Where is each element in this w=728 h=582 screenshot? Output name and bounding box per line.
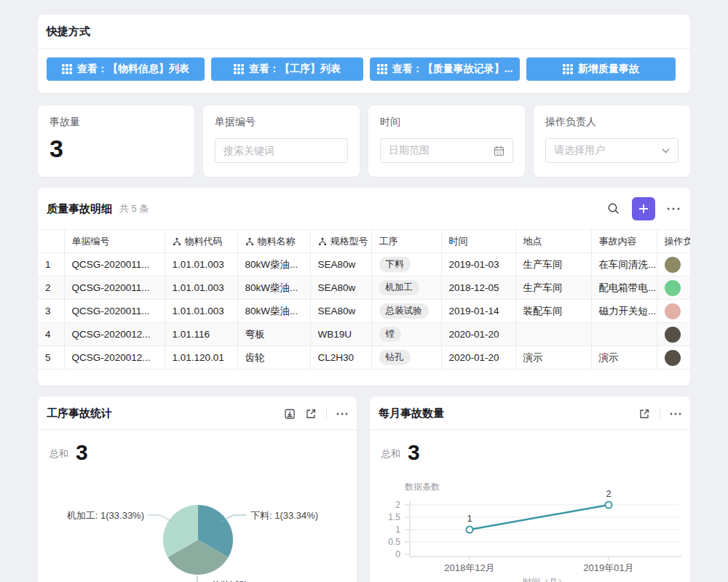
shortcuts-title: 快捷方式 [47,25,90,37]
col-spec-model[interactable]: 规格型号 [310,230,371,253]
pie-sum-row: 总和 3 [38,430,357,463]
col-process[interactable]: 工序 [371,230,441,253]
process-tag: 钻孔 [379,350,411,365]
process-tag: 机加工 [379,280,420,295]
dashboard-page: 快捷方式 查看：【物料信息】列表 查看：【工序】列表 查看：【质量事故记录】..… [0,0,728,582]
cell-operator [657,276,690,300]
x-tick-label: 2019年01月 [583,562,633,573]
pie-card-toolbar [284,408,348,420]
col-order-no[interactable]: 单据编号 [64,230,165,253]
cell-place: 演示 [515,346,591,370]
line-card-title: 每月事故数量 [379,407,444,420]
more-options-icon[interactable] [667,207,680,211]
order-no-search-input[interactable] [223,145,339,156]
avatar [665,257,681,273]
table-toolbar [607,197,680,220]
cell-place [515,323,591,346]
process-accident-stats-card: 工序事故统计 总和 3 机加工: 1(33.33%) [38,396,357,582]
open-fullscreen-icon[interactable] [638,408,650,420]
data-point[interactable] [467,527,473,533]
cell-place: 生产车间 [515,276,591,300]
avatar [665,280,681,296]
shortcut-button-label: 查看：【质量事故记录】... [392,63,513,76]
y-tick-label: 2 [395,500,400,510]
cell-process: 机加工 [371,276,441,300]
cell-material-name: 80kW柴油... [237,276,310,300]
cell-material-name: 齿轮 [237,346,310,370]
avatar [665,303,681,319]
chevron-down-icon [662,148,670,154]
pie-label-xialiao: 下料: 1(33.34%) [250,510,318,521]
line-card-toolbar [638,408,681,420]
operator-filter-label: 操作负责人 [545,116,678,129]
process-tag: 镗 [379,327,402,342]
table-row[interactable]: 1 QCSG-2020011... 1.01.01.003 80kW柴油... … [38,253,690,276]
accident-count-card: 事故量 3 [38,105,194,177]
cell-time: 2019-01-14 [441,300,515,323]
cell-order-no: QCSG-2020012... [64,323,165,346]
shortcut-view-process-list-button[interactable]: 查看：【工序】列表 [211,57,363,81]
cell-time: 2018-12-05 [441,276,515,300]
y-tick-label: 1 [395,525,400,535]
x-axis-title: 时间（月） [523,577,566,582]
open-fullscreen-icon[interactable] [305,408,317,420]
more-options-icon[interactable] [336,412,348,416]
cell-order-no: QCSG-2020011... [64,253,165,276]
record-count: 共 5 条 [119,202,149,215]
cell-material-code: 1.01.01.003 [165,253,237,276]
shortcut-button-label: 新增质量事故 [578,63,639,76]
toolbar-divider [660,409,660,419]
download-icon[interactable] [284,408,296,420]
sum-value: 3 [76,442,88,463]
table-row[interactable]: 3 QCSG-2020011... 1.01.01.003 80kW柴油... … [38,300,690,323]
order-no-search-input-wrap [215,138,348,163]
cell-process: 下料 [371,253,441,276]
cell-material-name: 弯板 [237,323,310,346]
cell-material-code: 1.01.120.01 [165,346,237,370]
date-range-picker[interactable]: 日期范围 [380,138,513,163]
table-header-row: 单据编号 物料代码 物料名称 规格型号 工序 时间 地点 事故内容 操作负责人 [38,230,690,253]
relation-icon [173,237,181,246]
col-content[interactable]: 事故内容 [591,230,657,253]
relation-icon [245,237,254,246]
add-record-button[interactable] [632,197,655,220]
shortcut-add-accident-button[interactable]: 新增质量事故 [526,57,676,81]
cell-order-no: QCSG-2020012... [64,346,165,370]
y-tick-label: 0.5 [388,537,400,547]
table-row[interactable]: 5 QCSG-2020012... 1.01.120.01 齿轮 CL2H30 … [38,346,690,370]
col-time[interactable]: 时间 [441,230,515,253]
col-place[interactable]: 地点 [515,230,591,253]
col-material-name[interactable]: 物料名称 [237,230,310,253]
time-filter-label: 时间 [380,116,513,129]
col-operator[interactable]: 操作负责人 [657,230,690,253]
shortcuts-card: 快捷方式 查看：【物料信息】列表 查看：【工序】列表 查看：【质量事故记录】..… [38,15,690,93]
search-icon[interactable] [607,202,620,215]
charts-row: 工序事故统计 总和 3 机加工: 1(33.33%) [38,396,690,582]
data-point[interactable] [606,502,612,509]
col-material-code[interactable]: 物料代码 [165,230,237,253]
accident-table: 单据编号 物料代码 物料名称 规格型号 工序 时间 地点 事故内容 操作负责人 … [38,229,690,370]
cell-time: 2020-01-20 [441,346,515,370]
user-select-placeholder: 请选择用户 [554,144,662,157]
cell-spec: CL2H30 [310,346,371,370]
table-row[interactable]: 4 QCSG-2020012... 1.01.116 弯板 WB19U 镗 20… [38,323,690,346]
pie-chart: 机加工: 1(33.33%) 下料: 1(33.34%) 总装试验: 1(33.… [38,477,357,582]
user-select[interactable]: 请选择用户 [545,138,678,163]
order-no-filter-label: 单据编号 [215,116,348,129]
more-options-icon[interactable] [670,412,681,416]
cell-process: 镗 [371,323,441,346]
pie-leader-line [147,515,172,522]
grid-apps-icon [62,64,72,74]
shortcut-view-accident-records-button[interactable]: 查看：【质量事故记录】... [370,57,520,81]
shortcut-view-material-list-button[interactable]: 查看：【物料信息】列表 [47,57,205,81]
avatar [665,350,681,366]
toolbar-divider [326,409,327,419]
table-row[interactable]: 2 QCSG-2020011... 1.01.01.003 80kW柴油... … [38,276,690,300]
cell-process: 钻孔 [371,346,441,370]
process-tag: 总装试验 [379,303,429,319]
shortcuts-button-row: 查看：【物料信息】列表 查看：【工序】列表 查看：【质量事故记录】... 新增质… [38,49,690,89]
shortcut-button-label: 查看：【物料信息】列表 [77,63,189,76]
cell-spec: SEA80w [310,300,371,323]
cell-order-no: QCSG-2020011... [64,300,165,323]
cell-spec: WB19U [310,323,371,346]
